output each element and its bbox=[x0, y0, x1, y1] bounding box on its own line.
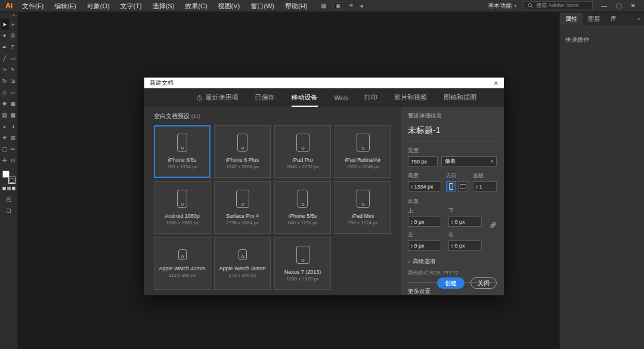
blend-tool-icon[interactable]: ◑ bbox=[9, 121, 17, 132]
bleed-right-stepper[interactable]: ▴ ▾ bbox=[451, 243, 453, 248]
pen-tool-icon[interactable]: ✒ bbox=[1, 41, 9, 52]
perspective-grid-tool-icon[interactable]: ▦ bbox=[9, 98, 17, 109]
selection-tool-icon[interactable]: ➤ bbox=[1, 18, 9, 30]
eyedropper-tool-icon[interactable]: ◒ bbox=[1, 121, 9, 132]
stock-icon[interactable]: ▣ bbox=[333, 2, 343, 10]
artboards-stepper[interactable]: ▴ ▾ bbox=[476, 184, 478, 189]
artboards-value: 1 bbox=[479, 184, 482, 190]
menu-select[interactable]: 选择(S) bbox=[147, 0, 180, 12]
dialog-close-icon[interactable]: ✕ bbox=[494, 80, 499, 87]
tab-mobile[interactable]: 移动设备 bbox=[292, 88, 318, 107]
stock-search-input[interactable]: 搜索 Adobe Stock bbox=[524, 1, 593, 10]
magic-wand-tool-icon[interactable]: ✦ bbox=[1, 30, 9, 41]
menu-effect[interactable]: 效果(C) bbox=[179, 0, 212, 12]
bleed-right-input[interactable]: ▴ ▾ 0 px bbox=[448, 240, 482, 251]
rectangle-tool-icon[interactable]: ▭ bbox=[9, 52, 17, 64]
document-name-input[interactable]: 未标题-1 bbox=[408, 125, 497, 141]
menu-object[interactable]: 对象(O) bbox=[82, 0, 115, 12]
advanced-options-toggle[interactable]: › 高级选项 bbox=[408, 258, 497, 265]
tab-saved[interactable]: 已保存 bbox=[255, 88, 275, 107]
menu-view[interactable]: 视图(V) bbox=[213, 0, 246, 12]
preset-card-ipad-retina-air[interactable]: iPad Retina/Air 1536 x 2048 px bbox=[335, 125, 391, 178]
width-tool-icon[interactable]: ◇ bbox=[1, 87, 9, 98]
minimize-button[interactable]: — bbox=[601, 2, 607, 9]
preset-card-android-1080p[interactable]: Android 1080p 1080 x 1920 px bbox=[154, 181, 210, 234]
bleed-left-stepper[interactable]: ▴ ▾ bbox=[411, 243, 413, 248]
tab-film-video[interactable]: 胶片和视频 bbox=[394, 88, 427, 107]
stroke-swatch[interactable] bbox=[8, 177, 16, 184]
preset-name: Surface Pro 4 bbox=[226, 213, 259, 219]
none-button[interactable] bbox=[12, 187, 16, 190]
preset-card-iphone-6-plus[interactable]: iPhone 6 Plus 1242 x 2208 px bbox=[214, 125, 271, 178]
landscape-orientation-button[interactable] bbox=[458, 181, 468, 192]
menu-type[interactable]: 文字(T) bbox=[115, 0, 147, 12]
gradient-button[interactable] bbox=[7, 187, 11, 190]
lasso-tool-icon[interactable]: ✇ bbox=[9, 30, 17, 41]
line-tool-icon[interactable]: ╱ bbox=[1, 52, 9, 64]
toolbar-collapse-icon[interactable]: » bbox=[13, 13, 17, 18]
symbol-sprayer-tool-icon[interactable]: ✳ bbox=[1, 132, 9, 143]
artboard-tool-icon[interactable]: ▢ bbox=[1, 143, 9, 155]
bleed-bottom-stepper[interactable]: ▴ ▾ bbox=[451, 220, 453, 224]
slice-tool-icon[interactable]: ✂ bbox=[9, 143, 17, 155]
width-input[interactable]: 750 px bbox=[408, 156, 438, 166]
panel-menu-icon[interactable]: ≡ bbox=[634, 13, 644, 25]
menu-help[interactable]: 帮助(H) bbox=[280, 0, 312, 12]
color-button[interactable] bbox=[2, 187, 6, 190]
artboards-input[interactable]: ▴ ▾ 1 bbox=[473, 181, 497, 192]
hand-tool-icon[interactable]: ✣ bbox=[1, 155, 9, 166]
gpu-performance-icon[interactable]: ➤ bbox=[358, 2, 366, 9]
preset-card-iphone-5-5s[interactable]: iPhone 5/5s 640 x 1136 px bbox=[274, 181, 331, 234]
type-tool-icon[interactable]: T bbox=[9, 41, 17, 52]
draw-mode-icon[interactable]: ◰ bbox=[5, 193, 13, 205]
scale-tool-icon[interactable]: ⇲ bbox=[9, 75, 17, 87]
preset-card-ipad-mini[interactable]: iPad Mini 768 x 1024 px bbox=[335, 181, 391, 234]
height-input[interactable]: ▴ ▾ 1334 px bbox=[408, 181, 441, 192]
preset-card-iphone-6-6s[interactable]: iPhone 6/6s 750 x 1334 px bbox=[154, 125, 210, 178]
direct-selection-tool-icon[interactable]: ➢ bbox=[9, 18, 17, 30]
portrait-orientation-button[interactable] bbox=[446, 181, 456, 192]
bleed-left-input[interactable]: ▴ ▾ 0 px bbox=[408, 240, 441, 251]
tab-libraries[interactable]: 库 bbox=[605, 13, 622, 25]
menu-window[interactable]: 窗口(W) bbox=[245, 0, 280, 12]
workspace-options-icon[interactable]: ≡ bbox=[349, 2, 353, 9]
tab-print[interactable]: 打印 bbox=[364, 88, 377, 107]
bleed-link-icon[interactable] bbox=[490, 220, 497, 231]
bleed-top-input[interactable]: ▴ ▾ 0 px bbox=[408, 217, 441, 227]
screen-mode-icon[interactable]: ❏ bbox=[5, 205, 13, 216]
gradient-tool-icon[interactable]: ▩ bbox=[9, 109, 17, 121]
preset-card-nexus-7-2013[interactable]: Nexus 7 (2013) 1200 x 1920 px bbox=[274, 237, 331, 290]
column-graph-tool-icon[interactable]: ▥ bbox=[9, 132, 17, 143]
orientation-label: 方向 bbox=[446, 172, 468, 180]
arrange-documents-icon[interactable]: ▦ bbox=[321, 2, 326, 9]
preset-card-ipad-pro[interactable]: iPad Pro 2048 x 2732 px bbox=[274, 125, 331, 178]
app-logo[interactable]: Ai bbox=[0, 2, 17, 10]
bleed-bottom-input[interactable]: ▴ ▾ 0 px bbox=[448, 217, 482, 227]
dialog-close-button[interactable]: 关闭 bbox=[470, 277, 497, 289]
pencil-tool-icon[interactable]: ✎ bbox=[9, 64, 17, 75]
tab-web[interactable]: Web bbox=[335, 88, 348, 107]
free-transform-tool-icon[interactable]: ▱ bbox=[9, 87, 17, 98]
workspace-switcher[interactable]: 基本功能 ▾ bbox=[488, 2, 516, 10]
preset-card-surface-pro-4[interactable]: Surface Pro 4 2736 x 1824 px bbox=[214, 181, 271, 234]
rotate-tool-icon[interactable]: ↻ bbox=[1, 75, 9, 87]
menu-edit[interactable]: 编辑(E) bbox=[49, 0, 82, 12]
paintbrush-tool-icon[interactable]: ✑ bbox=[1, 64, 9, 75]
zoom-tool-icon[interactable]: ⊙ bbox=[9, 155, 17, 166]
window-close-button[interactable]: ✕ bbox=[631, 2, 636, 9]
tab-art-illustration[interactable]: 图稿和插图 bbox=[444, 88, 476, 107]
main-menus: 文件(F) 编辑(E) 对象(O) 文字(T) 选择(S) 效果(C) 视图(V… bbox=[17, 0, 312, 12]
mesh-tool-icon[interactable]: ▤ bbox=[1, 109, 9, 121]
units-select[interactable]: 像素 ▾ bbox=[441, 156, 497, 166]
height-stepper[interactable]: ▴ ▾ bbox=[411, 184, 413, 189]
tab-recent[interactable]: ◷ 最近使用项 bbox=[197, 88, 239, 107]
tab-layers[interactable]: 图层 bbox=[583, 13, 605, 25]
preset-card-apple-watch-38mm[interactable]: Apple Watch 38mm 272 x 340 px bbox=[214, 237, 271, 290]
menu-file[interactable]: 文件(F) bbox=[17, 0, 49, 12]
tab-properties[interactable]: 属性 bbox=[560, 13, 583, 25]
bleed-top-stepper[interactable]: ▴ ▾ bbox=[411, 220, 413, 224]
shape-builder-tool-icon[interactable]: ❖ bbox=[1, 98, 9, 109]
restore-button[interactable]: ▢ bbox=[616, 2, 621, 9]
create-button[interactable]: 创建 bbox=[437, 277, 465, 289]
preset-card-apple-watch-42mm[interactable]: Apple Watch 42mm 312 x 390 px bbox=[154, 237, 210, 290]
